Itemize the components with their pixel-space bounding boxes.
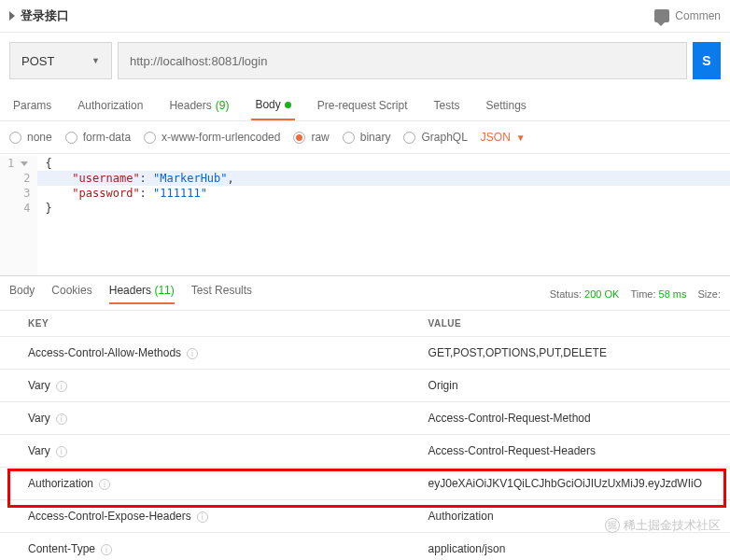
header-value: Origin: [400, 370, 730, 402]
info-icon: i: [197, 511, 208, 523]
table-row[interactable]: Content-Typeiapplication/json: [0, 533, 730, 561]
comment-icon: [654, 9, 669, 22]
tab-authorization[interactable]: Authorization: [74, 89, 147, 120]
body-type-urlencoded[interactable]: x-www-form-urlencoded: [144, 131, 280, 144]
info-icon: i: [56, 446, 67, 457]
body-dot-indicator: [285, 102, 291, 108]
table-row[interactable]: VaryiOrigin: [0, 370, 730, 402]
request-body-editor[interactable]: 1 234 { "username": "MarkerHub", "passwo…: [0, 154, 730, 275]
comments-label: Commen: [675, 9, 721, 22]
header-value: eyJ0eXAiOiJKV1QiLCJhbGciOiJIUzUxMiJ9.eyJ…: [400, 468, 730, 500]
body-subtype-select[interactable]: JSON ▼: [481, 131, 526, 144]
col-key: KEY: [0, 311, 400, 337]
send-button[interactable]: S: [693, 42, 721, 79]
response-status: Status: 200 OK Time: 58 ms Size:: [550, 288, 721, 300]
tab-body[interactable]: Body: [251, 89, 294, 120]
http-method-select[interactable]: POST ▼: [9, 42, 112, 79]
body-type-none[interactable]: none: [9, 131, 52, 144]
resp-tab-headers[interactable]: Headers (11): [109, 284, 175, 304]
resp-tab-test-results[interactable]: Test Results: [191, 284, 252, 304]
collapse-icon: [9, 11, 15, 21]
watermark-icon: 掘: [605, 518, 620, 533]
request-title-text: 登录接口: [21, 7, 69, 24]
header-key: Access-Control-Allow-Methodsi: [0, 337, 400, 370]
resp-tab-cookies[interactable]: Cookies: [51, 284, 91, 304]
comments-button[interactable]: Commen: [654, 9, 721, 22]
table-row[interactable]: VaryiAccess-Control-Request-Method: [0, 402, 730, 435]
tab-tests[interactable]: Tests: [429, 89, 463, 120]
resp-tab-body[interactable]: Body: [9, 284, 35, 304]
header-key: Varyi: [0, 435, 400, 468]
url-input[interactable]: [118, 42, 687, 79]
header-value: application/json: [400, 533, 730, 561]
body-type-binary[interactable]: binary: [343, 131, 391, 144]
watermark: 掘 稀土掘金技术社区: [605, 517, 721, 534]
header-key: Content-Typei: [0, 533, 400, 561]
table-row[interactable]: Access-Control-Allow-MethodsiGET,POST,OP…: [0, 337, 730, 370]
tab-prerequest[interactable]: Pre-request Script: [314, 89, 412, 120]
header-key: Access-Control-Expose-Headersi: [0, 500, 400, 533]
request-title[interactable]: 登录接口: [9, 7, 69, 24]
header-key: Varyi: [0, 402, 400, 435]
body-type-graphql[interactable]: GraphQL: [403, 131, 467, 144]
info-icon: i: [56, 381, 67, 392]
body-type-raw[interactable]: raw: [293, 131, 329, 144]
info-icon: i: [101, 544, 112, 555]
tab-params[interactable]: Params: [9, 89, 55, 120]
table-row[interactable]: VaryiAccess-Control-Request-Headers: [0, 435, 730, 468]
send-label: S: [702, 53, 710, 68]
header-key: Authorizationi: [0, 468, 400, 500]
tab-settings[interactable]: Settings: [483, 89, 530, 120]
header-value: Access-Control-Request-Headers: [400, 435, 730, 468]
body-type-formdata[interactable]: form-data: [65, 131, 131, 144]
header-value: GET,POST,OPTIONS,PUT,DELETE: [400, 337, 730, 370]
info-icon: i: [56, 413, 67, 425]
info-icon: i: [99, 479, 110, 490]
header-value: Access-Control-Request-Method: [400, 402, 730, 435]
info-icon: i: [187, 348, 198, 359]
col-value: VALUE: [400, 311, 730, 337]
headers-count-badge: (9): [216, 99, 230, 112]
chevron-down-icon: ▼: [91, 56, 100, 65]
http-method-value: POST: [21, 54, 54, 68]
line-gutter: 1 234: [0, 156, 37, 275]
header-key: Varyi: [0, 370, 400, 402]
chevron-down-icon: ▼: [516, 133, 526, 143]
resp-headers-count: (11): [154, 284, 174, 297]
tab-headers[interactable]: Headers (9): [165, 89, 232, 120]
code-content: { "username": "MarkerHub", "password": "…: [37, 156, 730, 275]
table-row[interactable]: AuthorizationieyJ0eXAiOiJKV1QiLCJhbGciOi…: [0, 468, 730, 500]
